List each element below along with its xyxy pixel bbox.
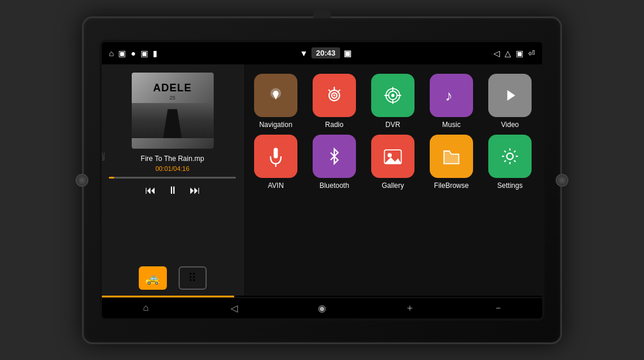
svg-rect-16 xyxy=(273,148,278,158)
status-right-icons: ◁ △ ▣ ⏎ xyxy=(494,49,535,58)
album-photo xyxy=(132,103,214,138)
next-button[interactable]: ⏭ xyxy=(190,184,200,197)
svg-line-25 xyxy=(504,160,506,162)
app-label-dvr: DVR xyxy=(385,121,400,129)
main-content: MIC ADELE 25 Fire To The Rain.mp 00:01/0… xyxy=(102,64,542,296)
nav-volume-down-button[interactable]: － xyxy=(487,298,510,318)
app-label-bluetooth: Bluetooth xyxy=(320,181,350,190)
svg-marker-20 xyxy=(385,157,402,163)
play-pause-button[interactable]: ⏸ xyxy=(167,184,178,197)
nav-back-button[interactable]: ◁ xyxy=(222,298,246,318)
app-row-1: NavigationRadioDVR♪MusicVideo xyxy=(249,74,536,129)
prev-button[interactable]: ⏮ xyxy=(145,184,156,197)
app-grid-panel: NavigationRadioDVR♪MusicVideo AVINBlueto… xyxy=(244,64,542,296)
app-icon-filebrowser xyxy=(430,135,473,178)
track-time: 00:01/04:16 xyxy=(155,165,189,172)
circle-icon: ● xyxy=(131,49,135,58)
bottom-nav-bar: ⌂ ◁ ◉ ＋ － xyxy=(102,297,542,318)
player-controls: ⏮ ⏸ ⏭ xyxy=(145,184,200,197)
back-icon: ⏎ xyxy=(528,49,535,58)
app-icon-avin xyxy=(254,135,297,178)
apps-shortcut-button[interactable]: ⠿ xyxy=(179,266,207,290)
app-label-navigation: Navigation xyxy=(259,121,293,129)
track-name: Fire To The Rain.mp xyxy=(109,155,236,163)
mic-label: MIC xyxy=(101,152,106,161)
top-connector xyxy=(313,10,331,18)
display-icon: ▣ xyxy=(516,49,523,58)
app-icon-bluetooth xyxy=(313,135,356,178)
app-label-gallery: Gallery xyxy=(382,181,404,190)
svg-text:♪: ♪ xyxy=(445,87,453,104)
app-label-radio: Radio xyxy=(325,121,343,129)
wifi-icon: ▼ xyxy=(300,49,308,58)
knob-left xyxy=(76,174,88,187)
window-icon: ▣ xyxy=(118,49,126,58)
svg-line-23 xyxy=(514,160,516,162)
app-icon-settings xyxy=(488,135,532,178)
svg-line-27 xyxy=(504,150,506,152)
app-icon-music: ♪ xyxy=(430,74,473,117)
app-item-radio[interactable]: Radio xyxy=(308,74,361,129)
battery-icon: ▮ xyxy=(153,49,157,58)
time-display: 20:43 xyxy=(311,47,340,59)
svg-point-9 xyxy=(391,94,394,97)
screen-icon: ▣ xyxy=(344,49,351,58)
screen: ⌂ ▣ ● ▣ ▮ ▼ 20:43 ▣ ◁ △ ▣ ⏎ xyxy=(102,42,542,318)
app-label-video: Video xyxy=(501,121,519,129)
svg-line-29 xyxy=(514,150,516,152)
app-icon-video xyxy=(488,74,532,117)
app-label-music: Music xyxy=(442,121,460,129)
app-item-music[interactable]: ♪Music xyxy=(425,74,478,129)
current-time: 00:01 xyxy=(155,165,172,172)
app-item-settings[interactable]: Settings xyxy=(484,135,536,190)
app-label-settings: Settings xyxy=(497,181,522,190)
bottom-icon-buttons: 🚕 ⠿ xyxy=(139,266,207,290)
nav-volume-up-button[interactable]: ＋ xyxy=(398,298,422,318)
app-icon-radio xyxy=(313,74,356,117)
app-label-avin: AVIN xyxy=(268,181,283,190)
volume-icon: ◁ xyxy=(494,49,500,58)
progress-bar[interactable] xyxy=(109,177,236,179)
knob-right xyxy=(556,174,568,187)
music-player-panel: MIC ADELE 25 Fire To The Rain.mp 00:01/0… xyxy=(102,64,244,296)
home-icon: ⌂ xyxy=(109,49,114,58)
album-art-bg: ADELE 25 xyxy=(132,73,214,149)
app-item-dvr[interactable]: DVR xyxy=(366,74,419,129)
svg-point-5 xyxy=(333,94,335,97)
app-item-bluetooth[interactable]: Bluetooth xyxy=(308,135,361,190)
app-item-avin[interactable]: AVIN xyxy=(249,135,302,190)
nav-home-button[interactable]: ⌂ xyxy=(134,298,157,318)
app-row-2: AVINBluetoothGalleryFileBrowseSettings xyxy=(249,135,536,190)
app-icon-dvr xyxy=(371,74,415,117)
svg-point-19 xyxy=(388,153,392,157)
app-item-navigation[interactable]: Navigation xyxy=(249,74,302,129)
app-icon-navigation xyxy=(254,74,297,117)
status-bar: ⌂ ▣ ● ▣ ▮ ▼ 20:43 ▣ ◁ △ ▣ ⏎ xyxy=(102,42,542,64)
car-unit-device: ⌂ ▣ ● ▣ ▮ ▼ 20:43 ▣ ◁ △ ▣ ⏎ xyxy=(82,16,562,344)
nav-camera-button[interactable]: ◉ xyxy=(310,298,334,318)
app-icon-gallery xyxy=(371,135,415,178)
apps-shortcut-icon: ⠿ xyxy=(188,271,197,285)
status-center: ▼ 20:43 ▣ xyxy=(300,47,351,59)
album-title: ADELE xyxy=(153,83,191,94)
app-label-filebrowser: FileBrowse xyxy=(434,181,468,190)
app-item-filebrowser[interactable]: FileBrowse xyxy=(425,135,478,190)
album-art: ADELE 25 xyxy=(132,73,214,149)
album-subtitle: 25 xyxy=(169,95,175,101)
grid-icon: ▣ xyxy=(141,49,148,58)
total-time: 04:16 xyxy=(173,165,190,172)
svg-point-21 xyxy=(507,153,513,159)
eject-icon: △ xyxy=(505,49,511,58)
music-shortcut-button[interactable]: 🚕 xyxy=(139,266,167,290)
app-item-video[interactable]: Video xyxy=(484,74,536,129)
svg-marker-15 xyxy=(508,90,516,101)
status-left-icons: ⌂ ▣ ● ▣ ▮ xyxy=(109,49,157,58)
screen-bezel: ⌂ ▣ ● ▣ ▮ ▼ 20:43 ▣ ◁ △ ▣ ⏎ xyxy=(100,40,544,321)
music-shortcut-icon: 🚕 xyxy=(145,271,160,285)
progress-fill xyxy=(109,177,114,179)
app-item-gallery[interactable]: Gallery xyxy=(366,135,419,190)
